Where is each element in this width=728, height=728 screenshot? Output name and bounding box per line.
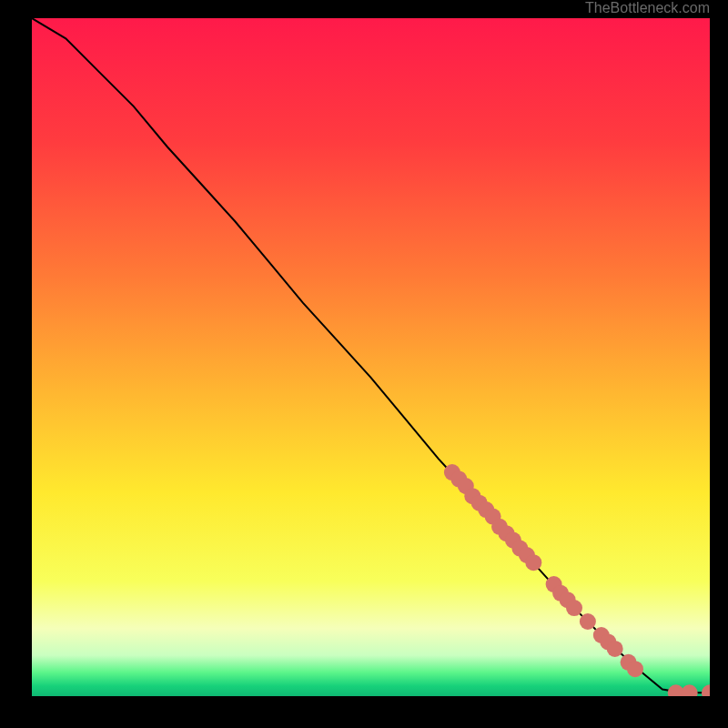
data-point <box>607 641 623 657</box>
chart-svg <box>32 18 710 696</box>
heat-gradient-background <box>32 18 710 696</box>
chart-container: TheBottleneck.com <box>0 0 728 728</box>
data-point <box>525 554 541 571</box>
data-point <box>627 661 643 677</box>
plot-area <box>32 18 710 696</box>
attribution-label: TheBottleneck.com <box>585 0 710 16</box>
data-point <box>566 600 582 616</box>
data-point <box>580 613 596 630</box>
